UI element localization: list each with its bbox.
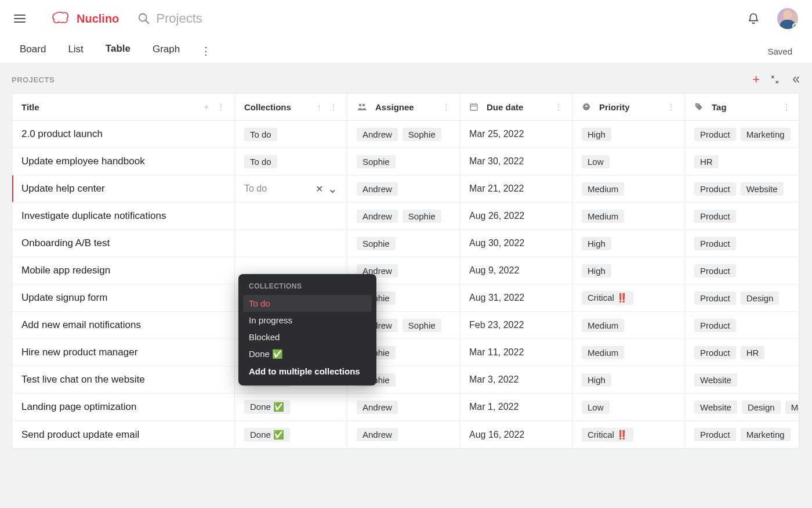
title-cell[interactable]: Send product update email — [12, 421, 235, 448]
dropdown-item[interactable]: In progress — [243, 312, 372, 329]
priority-cell[interactable]: Low — [572, 394, 685, 420]
title-cell[interactable]: Hire new product manager — [12, 339, 235, 366]
col-header-assignee[interactable]: Assignee ⋮ — [347, 93, 460, 120]
menu-toggle[interactable] — [14, 12, 28, 26]
notifications-icon[interactable] — [747, 12, 760, 25]
assignee-cell[interactable]: Sophie — [347, 148, 460, 175]
title-cell[interactable]: Update signup form — [12, 284, 235, 311]
dropdown-item[interactable]: To do — [243, 295, 372, 312]
col-collections-menu[interactable]: ⋮ — [329, 102, 338, 111]
collection-cell[interactable]: To do — [235, 148, 347, 175]
title-cell[interactable]: Test live chat on the website — [12, 366, 235, 393]
collection-cell[interactable]: To do — [235, 121, 347, 147]
view-tab-table[interactable]: Table — [102, 38, 134, 64]
due-date-cell[interactable]: Mar 1, 2022 — [460, 394, 572, 420]
priority-cell[interactable]: Medium — [572, 339, 685, 366]
table-row[interactable]: 2.0 product launchTo doAndrewSophieMar 2… — [12, 121, 799, 148]
priority-cell[interactable]: Medium — [572, 312, 685, 338]
clear-icon[interactable]: ✕ — [316, 183, 323, 194]
title-cell[interactable]: Update employee handbook — [12, 148, 235, 175]
col-duedate-menu[interactable]: ⋮ — [554, 102, 563, 111]
title-cell[interactable]: Mobile app redesign — [12, 257, 235, 284]
priority-cell[interactable]: High — [572, 121, 685, 147]
table-row[interactable]: Update help centerTo do✕⌄AndrewMar 21, 2… — [12, 175, 799, 203]
due-date-cell[interactable]: Mar 21, 2022 — [460, 175, 572, 202]
priority-cell[interactable]: High — [572, 257, 685, 284]
user-avatar[interactable] — [777, 8, 798, 29]
col-title-menu[interactable]: ⋮ — [217, 102, 225, 111]
tag-cell[interactable]: Product — [685, 257, 799, 284]
collection-cell[interactable]: Done ✅ — [235, 421, 347, 448]
search-input[interactable] — [156, 11, 330, 26]
tag-cell[interactable]: Product — [685, 230, 799, 257]
collapse-panel-icon[interactable] — [790, 74, 800, 85]
tag-cell[interactable]: HR — [685, 148, 799, 175]
title-cell[interactable]: 2.0 product launch — [12, 121, 235, 147]
due-date-cell[interactable]: Mar 25, 2022 — [460, 121, 572, 147]
collection-cell[interactable] — [235, 203, 347, 229]
due-date-cell[interactable]: Feb 23, 2022 — [460, 312, 572, 338]
due-date-cell[interactable]: Aug 30, 2022 — [460, 230, 572, 257]
collection-cell[interactable] — [235, 230, 347, 257]
tag-cell[interactable]: WebsiteDesignMarketing — [685, 394, 799, 420]
table-row[interactable]: Landing page optimizationDone ✅AndrewMar… — [12, 394, 799, 421]
collection-cell[interactable]: To do✕⌄ — [235, 175, 347, 202]
collapse-icon[interactable] — [770, 75, 780, 84]
table-row[interactable]: Update signup formSophieAug 31, 2022Crit… — [12, 284, 799, 312]
app-logo[interactable]: Nuclino — [51, 10, 119, 27]
title-cell[interactable]: Onboarding A/B test — [12, 230, 235, 257]
table-row[interactable]: Test live chat on the websiteDone ✅Sophi… — [12, 366, 799, 394]
tag-cell[interactable]: ProductMarketing — [685, 121, 799, 147]
title-cell[interactable]: Investigate duplicate notifications — [12, 203, 235, 229]
view-tab-board[interactable]: Board — [16, 39, 49, 63]
assignee-cell[interactable]: AndrewSophie — [347, 121, 460, 147]
dropdown-item[interactable]: Done ✅ — [243, 345, 372, 363]
priority-cell[interactable]: Critical ‼️ — [572, 284, 685, 311]
view-tab-list[interactable]: List — [64, 39, 86, 63]
due-date-cell[interactable]: Aug 16, 2022 — [460, 421, 572, 448]
due-date-cell[interactable]: Mar 3, 2022 — [460, 366, 572, 393]
col-priority-menu[interactable]: ⋮ — [667, 102, 675, 111]
view-more-menu[interactable]: ⋮ — [198, 42, 213, 60]
tag-cell[interactable]: ProductHR — [685, 339, 799, 366]
priority-cell[interactable]: High — [572, 230, 685, 257]
col-header-priority[interactable]: Priority ⋮ — [572, 93, 685, 120]
search-icon[interactable] — [137, 12, 150, 25]
table-row[interactable]: Investigate duplicate notificationsAndre… — [12, 203, 799, 230]
add-column-icon[interactable]: + — [204, 102, 209, 111]
priority-cell[interactable]: Low — [572, 148, 685, 175]
due-date-cell[interactable]: Aug 26, 2022 — [460, 203, 572, 229]
priority-cell[interactable]: Medium — [572, 203, 685, 229]
tag-cell[interactable]: Product — [685, 203, 799, 229]
sort-asc-icon[interactable]: ↑ — [317, 102, 321, 111]
due-date-cell[interactable]: Mar 11, 2022 — [460, 339, 572, 366]
priority-cell[interactable]: Critical ‼️ — [572, 421, 685, 448]
title-cell[interactable]: Add new email notifications — [12, 312, 235, 338]
dropdown-item[interactable]: Blocked — [243, 329, 372, 345]
col-header-due-date[interactable]: Due date ⋮ — [460, 93, 572, 120]
tag-cell[interactable]: ProductWebsite — [685, 175, 799, 202]
col-assignee-menu[interactable]: ⋮ — [442, 102, 450, 111]
dropdown-item[interactable]: Add to multiple collections — [243, 363, 372, 380]
view-tab-graph[interactable]: Graph — [149, 39, 183, 63]
table-row[interactable]: Add new email notificationsIn progressAn… — [12, 312, 799, 339]
table-row[interactable]: Send product update emailDone ✅AndrewAug… — [12, 421, 799, 448]
add-item-button[interactable]: + — [752, 72, 760, 87]
due-date-cell[interactable]: Mar 30, 2022 — [460, 148, 572, 175]
table-row[interactable]: Hire new product managerBlockedSophieMar… — [12, 339, 799, 366]
col-header-tag[interactable]: Tag ⋮ — [685, 93, 799, 120]
tag-cell[interactable]: Product — [685, 312, 799, 338]
chevron-down-icon[interactable]: ⌄ — [328, 182, 338, 196]
col-header-collections[interactable]: Collections ↑ ⋮ — [235, 93, 347, 120]
table-row[interactable]: Update employee handbookTo doSophieMar 3… — [12, 148, 799, 175]
assignee-cell[interactable]: Sophie — [347, 230, 460, 257]
assignee-cell[interactable]: Andrew — [347, 394, 460, 420]
priority-cell[interactable]: High — [572, 366, 685, 393]
title-cell[interactable]: Update help center — [12, 175, 235, 202]
tag-cell[interactable]: ProductDesign — [685, 284, 799, 311]
title-cell[interactable]: Landing page optimization — [12, 394, 235, 420]
assignee-cell[interactable]: AndrewSophie — [347, 203, 460, 229]
tag-cell[interactable]: ProductMarketing — [685, 421, 799, 448]
priority-cell[interactable]: Medium — [572, 175, 685, 202]
assignee-cell[interactable]: Andrew — [347, 421, 460, 448]
